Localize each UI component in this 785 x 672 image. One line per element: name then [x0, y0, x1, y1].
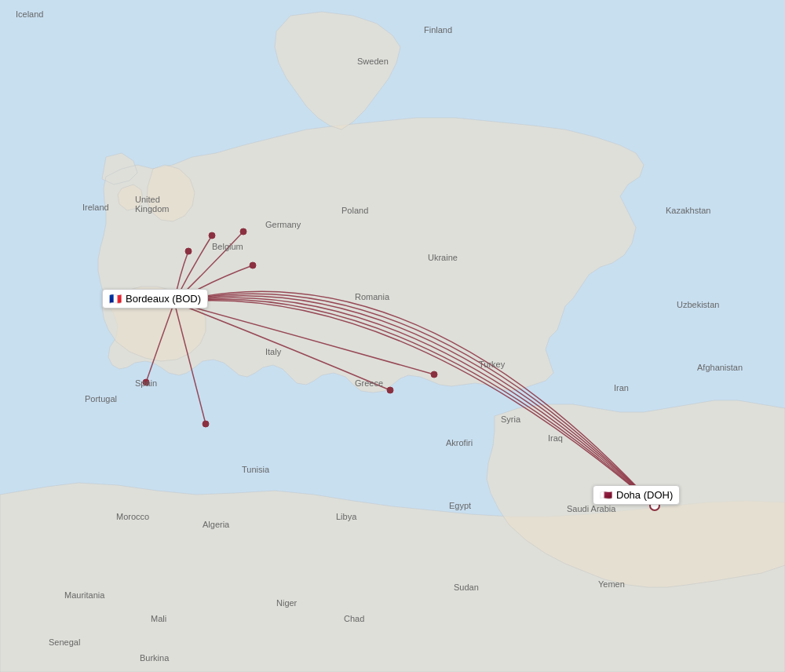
svg-text:Sweden: Sweden	[357, 57, 389, 66]
svg-text:Algeria: Algeria	[203, 520, 230, 529]
svg-text:Iran: Iran	[614, 383, 629, 393]
svg-text:Turkey: Turkey	[479, 360, 506, 369]
svg-point-7	[431, 371, 437, 378]
doha-label[interactable]: 🇶🇦 Doha (DOH)	[593, 485, 680, 505]
svg-point-8	[387, 387, 393, 393]
bordeaux-text: Bordeaux (BOD)	[126, 293, 201, 305]
map-svg: .land { fill: #e8e0d0; stroke: #bbb; str…	[0, 0, 785, 672]
svg-text:Iceland: Iceland	[16, 9, 43, 19]
svg-text:Belgium: Belgium	[212, 242, 243, 251]
svg-text:Italy: Italy	[265, 347, 282, 356]
bordeaux-label[interactable]: 🇫🇷 Bordeaux (BOD)	[102, 289, 208, 309]
svg-text:Libya: Libya	[336, 512, 357, 521]
svg-text:Yemen: Yemen	[598, 579, 625, 589]
svg-text:Finland: Finland	[424, 25, 452, 35]
svg-text:Afghanistan: Afghanistan	[697, 363, 743, 372]
svg-text:Senegal: Senegal	[49, 637, 80, 647]
svg-point-6	[203, 421, 209, 427]
svg-point-3	[250, 262, 256, 268]
france-flag: 🇫🇷	[109, 293, 122, 305]
svg-text:Burkina: Burkina	[140, 653, 170, 663]
svg-text:Chad: Chad	[344, 614, 364, 623]
svg-text:Poland: Poland	[341, 206, 368, 215]
svg-text:Mauritania: Mauritania	[64, 590, 105, 600]
svg-text:Ireland: Ireland	[82, 203, 109, 212]
svg-text:Morocco: Morocco	[116, 512, 149, 521]
map-container: .land { fill: #e8e0d0; stroke: #bbb; str…	[0, 0, 785, 672]
svg-text:United: United	[135, 195, 160, 204]
svg-text:Kingdom: Kingdom	[135, 204, 169, 214]
svg-text:Greece: Greece	[355, 378, 383, 388]
svg-text:Sudan: Sudan	[454, 583, 479, 592]
svg-text:Mali: Mali	[151, 614, 166, 623]
svg-text:Kazakhstan: Kazakhstan	[666, 206, 710, 215]
svg-text:Spain: Spain	[135, 378, 157, 388]
svg-text:Portugal: Portugal	[85, 394, 117, 404]
svg-text:Germany: Germany	[265, 220, 301, 229]
svg-text:Egypt: Egypt	[449, 501, 471, 510]
svg-text:Niger: Niger	[276, 598, 298, 608]
svg-point-1	[209, 232, 215, 239]
svg-point-2	[185, 248, 192, 254]
svg-text:Akrofiri: Akrofiri	[446, 438, 473, 447]
svg-text:Syria: Syria	[501, 415, 521, 424]
svg-point-4	[240, 228, 246, 235]
svg-text:Uzbekistan: Uzbekistan	[677, 300, 719, 309]
svg-text:Saudi Arabia: Saudi Arabia	[567, 504, 616, 513]
qatar-flag: 🇶🇦	[600, 489, 612, 501]
svg-text:Ukraine: Ukraine	[428, 253, 458, 262]
svg-text:Iraq: Iraq	[548, 433, 563, 443]
doha-text: Doha (DOH)	[616, 489, 673, 501]
svg-text:Tunisia: Tunisia	[242, 465, 270, 474]
svg-text:Romania: Romania	[355, 292, 390, 301]
